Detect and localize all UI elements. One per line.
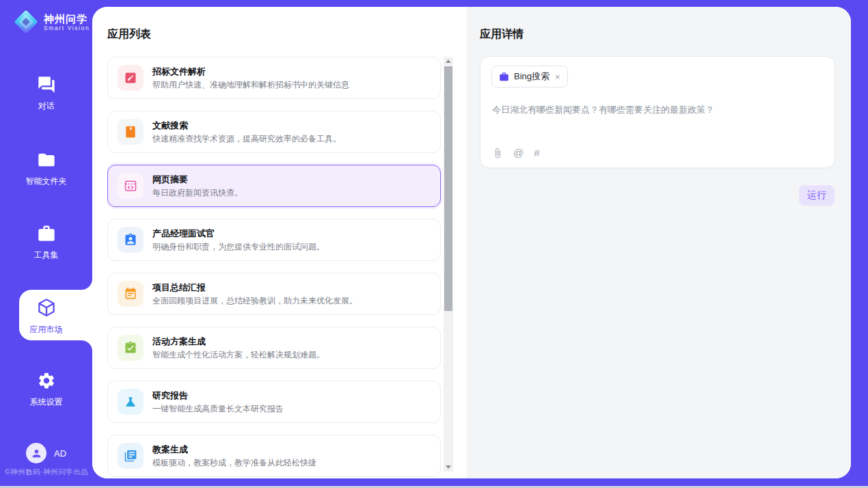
close-icon[interactable]: × [555, 72, 560, 81]
book-icon [124, 125, 137, 139]
toolbox-icon [37, 224, 56, 243]
scroll-up-arrow[interactable] [444, 57, 453, 66]
app-card-description: 明确身份和职责，为您提供专业性的面试问题。 [152, 242, 325, 252]
app-card-title: 活动方案生成 [152, 336, 325, 347]
app-card[interactable]: 产品经理面试官明确身份和职责，为您提供专业性的面试问题。 [107, 219, 441, 261]
app-card-title: 教案生成 [152, 444, 316, 455]
mention-icon[interactable]: @ [513, 148, 524, 159]
sidebar-item-label: 系统设置 [0, 396, 92, 408]
app-icon-badge [118, 227, 144, 253]
app-card-description: 快速精准查找学术资源，提高研究效率的必备工具。 [152, 134, 341, 144]
app-card[interactable]: 活动方案生成智能生成个性化活动方案，轻松解决规划难题。 [107, 327, 441, 369]
brand-subtitle: Smart Vision [44, 25, 90, 31]
app-detail-panel: 应用详情 Bing搜索 × 今日湖北有哪些新闻要点？有哪些需要关注的最新政策？ … [467, 7, 851, 478]
app-card-title: 招标文件解析 [152, 66, 349, 77]
prompt-toolbar: @# [492, 148, 540, 159]
app-card-title: 文献搜索 [152, 120, 341, 131]
app-icon-badge [118, 335, 144, 361]
interviewer-icon [124, 233, 137, 247]
sidebar-item-toolset[interactable]: 工具集 [0, 224, 92, 261]
app-card-title: 产品经理面试官 [152, 228, 325, 239]
app-card-title: 网页摘要 [152, 174, 243, 185]
chat-icon [37, 75, 56, 94]
folder-icon [37, 150, 56, 170]
copyright-text: ©神州数码·神州问学出品 [5, 467, 94, 477]
app-card-description: 一键智能生成高质量长文本研究报告 [152, 404, 284, 414]
sidebar-item-label: 对话 [0, 100, 92, 112]
document-edit-icon [124, 71, 137, 85]
tool-tag-bing-search[interactable]: Bing搜索 × [491, 66, 568, 87]
app-icon-badge [118, 173, 144, 199]
app-card-description: 模板驱动，教案秒成，教学准备从此轻松快捷 [152, 458, 316, 468]
user-name: AD [54, 448, 66, 459]
app-list-scrollbar[interactable] [444, 57, 453, 472]
attachment-icon[interactable] [492, 148, 503, 159]
sidebar-item-app-market[interactable]: 应用市场 [0, 297, 92, 336]
app-icon-badge [118, 443, 144, 469]
sidebar-item-label: 应用市场 [0, 324, 92, 336]
browser-code-icon [124, 179, 137, 193]
app-icon-badge [118, 119, 144, 145]
app-card[interactable]: 文献搜索快速精准查找学术资源，提高研究效率的必备工具。 [107, 111, 441, 153]
sidebar-item-chat[interactable]: 对话 [0, 75, 92, 112]
app-list-panel: 应用列表 招标文件解析帮助用户快速、准确地理解和解析招标书中的关键信息文献搜索快… [92, 7, 467, 478]
app-card-description: 全面回顾项目进展，总结经验教训，助力未来优化发展。 [152, 296, 357, 306]
notch-corner-top [81, 279, 92, 290]
app-card[interactable]: 网页摘要每日政府新闻资讯快查。 [107, 165, 441, 207]
sidebar-item-settings[interactable]: 系统设置 [0, 371, 92, 408]
app-card-title: 项目总结汇报 [152, 282, 357, 293]
briefcase-icon [499, 72, 509, 82]
report-note-icon [124, 287, 137, 301]
main-content: 应用列表 招标文件解析帮助用户快速、准确地理解和解析招标书中的关键信息文献搜索快… [92, 7, 851, 478]
sidebar-item-label: 工具集 [0, 249, 92, 261]
app-card-title: 研究报告 [152, 390, 284, 401]
diamond-logo-icon [12, 8, 40, 36]
gear-icon [37, 371, 56, 390]
app-card[interactable]: 项目总结汇报全面回顾项目进展，总结经验教训，助力未来优化发展。 [107, 273, 441, 315]
research-flask-icon [124, 395, 137, 409]
app-card[interactable]: 研究报告一键智能生成高质量长文本研究报告 [107, 381, 441, 423]
sidebar: 神州问学 Smart Vision 对话智能文件夹工具集应用市场系统设置 AD … [0, 0, 92, 488]
brand-name: 神州问学 [44, 13, 90, 25]
person-icon [31, 448, 42, 459]
app-card[interactable]: 招标文件解析帮助用户快速、准确地理解和解析招标书中的关键信息 [107, 57, 441, 99]
prompt-input[interactable]: 今日湖北有哪些新闻要点？有哪些需要关注的最新政策？ [492, 103, 823, 116]
app-card[interactable]: 教案生成模板驱动，教案秒成，教学准备从此轻松快捷 [107, 435, 441, 477]
app-icon-badge [118, 281, 144, 307]
cube-icon [36, 297, 57, 318]
app-list-title: 应用列表 [107, 27, 151, 42]
books-icon [124, 449, 137, 463]
run-button[interactable]: 运行 [799, 185, 835, 206]
clipboard-check-icon [124, 341, 137, 355]
user-profile[interactable]: AD [26, 443, 66, 463]
prompt-card: Bing搜索 × 今日湖北有哪些新闻要点？有哪些需要关注的最新政策？ @# [480, 56, 835, 168]
sidebar-item-smart-folder[interactable]: 智能文件夹 [0, 150, 92, 187]
scroll-down-arrow[interactable] [444, 463, 453, 471]
app-card-description: 智能生成个性化活动方案，轻松解决规划难题。 [152, 350, 325, 360]
app-icon-badge [118, 65, 144, 91]
avatar [26, 443, 46, 463]
app-detail-title: 应用详情 [480, 27, 524, 42]
app-card-description: 帮助用户快速、准确地理解和解析招标书中的关键信息 [152, 80, 349, 90]
brand: 神州问学 Smart Vision [12, 8, 90, 36]
app-card-description: 每日政府新闻资讯快查。 [152, 188, 243, 198]
tool-tag-label: Bing搜索 [514, 70, 550, 83]
app-icon-badge [118, 389, 144, 415]
notch-corner-bottom [81, 340, 92, 351]
scrollbar-thumb[interactable] [444, 66, 452, 311]
app-window: 神州问学 Smart Vision 对话智能文件夹工具集应用市场系统设置 AD … [0, 0, 868, 488]
sidebar-item-label: 智能文件夹 [0, 176, 92, 187]
app-list: 招标文件解析帮助用户快速、准确地理解和解析招标书中的关键信息文献搜索快速精准查找… [107, 57, 444, 478]
topic-icon[interactable]: # [534, 148, 539, 159]
